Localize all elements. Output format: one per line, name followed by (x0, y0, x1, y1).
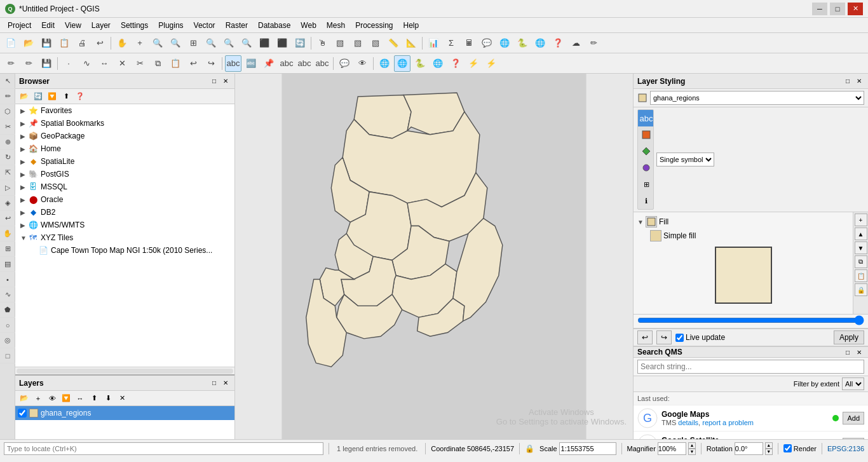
browser-add-button[interactable]: 📂 (18, 90, 31, 103)
browser-hscrollbar[interactable] (15, 367, 234, 374)
python-button[interactable]: 🐍 (412, 55, 428, 72)
label-button[interactable]: abc (225, 55, 241, 72)
open-project-button[interactable]: 📂 (20, 35, 37, 51)
save-edits-button[interactable]: 💾 (38, 55, 55, 72)
fill-add-button[interactable]: + (855, 214, 867, 226)
move-feature-button[interactable]: ↔ (96, 55, 112, 72)
epsg-button[interactable]: EPSG:2136 (827, 445, 864, 452)
paste-button[interactable]: 📋 (167, 55, 184, 72)
zoom-native-button[interactable]: 🔍 (238, 35, 255, 51)
apply-button[interactable]: Apply (834, 330, 864, 344)
zoom-selection-button[interactable]: 🔍 (220, 35, 237, 51)
undo-edit-button[interactable]: ↩ (185, 55, 201, 72)
label-diagram-button[interactable]: 🔤 (243, 55, 259, 72)
layers-filter-button[interactable]: 🔽 (60, 392, 72, 405)
left-icon-vertex[interactable]: ⬡ (0, 104, 15, 119)
digitize-line-button[interactable]: ∿ (78, 55, 95, 72)
fill-remove-button[interactable]: 🔒 (855, 283, 867, 296)
pin-label-button[interactable]: 📌 (261, 55, 277, 72)
left-icon-merge[interactable]: ⊕ (0, 135, 15, 150)
opacity-slider[interactable] (637, 316, 864, 325)
layer-styling-close-button[interactable]: ✕ (854, 76, 864, 86)
attribute-table-button[interactable]: 📊 (425, 35, 442, 51)
menu-layer[interactable]: Layer (86, 20, 116, 31)
select-button[interactable]: ▧ (332, 35, 348, 51)
layers-move-button[interactable]: ↔ (74, 392, 86, 405)
rotation-up[interactable]: ▲ (765, 442, 773, 449)
tree-item-favorites[interactable]: ▶ ⭐ Favorites (15, 104, 234, 117)
measure-area-button[interactable]: 📐 (403, 35, 419, 51)
magnifier-down[interactable]: ▼ (688, 449, 696, 455)
zoom-in-button[interactable]: 🔍 (149, 35, 166, 51)
tree-item-xyz[interactable]: ▼ 🗺 XYZ Tiles (15, 231, 234, 244)
layer-visibility-checkbox[interactable] (18, 409, 27, 418)
layer-styling-redo-button[interactable]: ↪ (656, 330, 672, 344)
left-icon-pan[interactable]: ✋ (0, 226, 15, 241)
render-checkbox[interactable] (783, 444, 792, 452)
browser-help-button[interactable]: ❓ (74, 90, 86, 103)
zoom-out-button[interactable]: 🔍 (167, 35, 184, 51)
layer-styling-float-button[interactable]: □ (843, 76, 853, 86)
layers-new-button[interactable]: + (32, 392, 44, 405)
menu-database[interactable]: Database (253, 20, 295, 31)
plugin3-button[interactable]: 🐍 (514, 35, 531, 51)
new-project-button[interactable]: 📄 (3, 35, 19, 51)
menu-raster[interactable]: Raster (220, 20, 253, 31)
fill-collapse-arrow[interactable]: ▼ (637, 219, 644, 226)
fill-paste-button[interactable]: 📋 (855, 269, 867, 282)
tree-item-oracle[interactable]: ▶ ⬤ Oracle (15, 193, 234, 206)
left-icon-reshape[interactable]: ◈ (0, 196, 15, 211)
layer-item-ghana-regions[interactable]: ghana_regions (15, 406, 234, 420)
scale-input[interactable] (559, 442, 616, 455)
menu-help[interactable]: Help (398, 20, 424, 31)
copy-button[interactable]: ⧉ (149, 55, 166, 72)
fill-up-button[interactable]: ▲ (855, 228, 867, 240)
layers-close-button[interactable]: ✕ (220, 378, 231, 388)
menu-settings[interactable]: Settings (116, 20, 153, 31)
zoom-last-button[interactable]: ⬛ (256, 35, 273, 51)
search-qms-close-button[interactable]: ✕ (854, 347, 864, 357)
left-icon-point[interactable]: • (0, 272, 15, 287)
left-icon-scale[interactable]: ⇱ (0, 165, 15, 180)
magnifier-input[interactable] (658, 442, 686, 455)
map-tips-button[interactable]: 💬 (336, 55, 353, 72)
qgis3-button[interactable]: ⚡ (483, 55, 499, 72)
help2-button[interactable]: ❓ (447, 55, 464, 72)
cut-button[interactable]: ✂ (132, 55, 148, 72)
left-icon-rect[interactable]: □ (0, 348, 15, 363)
left-icon-digitize[interactable]: ✏ (0, 89, 15, 104)
minimize-button[interactable]: ─ (812, 3, 827, 15)
statistics-button[interactable]: Σ (443, 35, 459, 51)
refresh-button[interactable]: 🔄 (292, 35, 308, 51)
menu-mesh[interactable]: Mesh (322, 20, 350, 31)
digitize-button[interactable]: ✏ (585, 35, 602, 51)
browser-collapse-button[interactable]: ⬆ (60, 90, 72, 103)
menu-processing[interactable]: Processing (350, 20, 398, 31)
tree-item-db2[interactable]: ▶ ◆ DB2 (15, 206, 234, 219)
symbol-type-dropdown[interactable]: Single symbol (656, 153, 714, 166)
pan-to-selection-button[interactable]: + (132, 35, 148, 51)
identify-button[interactable]: 🖱 (314, 35, 330, 51)
left-icon-fill[interactable]: ▤ (0, 257, 15, 272)
tree-item-mssql[interactable]: ▶ 🗄 MSSQL (15, 180, 234, 193)
maximize-button[interactable]: □ (830, 3, 845, 15)
layers-open-button[interactable]: 📂 (18, 392, 31, 405)
left-icon-offset[interactable]: ▷ (0, 180, 15, 196)
tree-item-geopackage[interactable]: ▶ 📦 GeoPackage (15, 130, 234, 142)
fill-copy-button[interactable]: ⧉ (855, 255, 867, 268)
styling-tab-text[interactable]: abc (638, 110, 654, 126)
help-button[interactable]: ❓ (550, 35, 566, 51)
styling-tab-symbol[interactable] (638, 126, 654, 143)
left-icon-rotate[interactable]: ↻ (0, 150, 15, 165)
tree-item-wms[interactable]: ▶ 🌐 WMS/WMTS (15, 219, 234, 231)
browser-refresh-button[interactable]: 🔄 (32, 90, 44, 103)
digitize-point-button[interactable]: · (60, 55, 77, 72)
save-as-button[interactable]: 📋 (56, 35, 72, 51)
browser-filter-button[interactable]: 🔽 (46, 90, 58, 103)
qgis2-button[interactable]: ⚡ (465, 55, 482, 72)
menu-vector[interactable]: Vector (189, 20, 220, 31)
change-label-button[interactable]: abc (314, 55, 330, 72)
live-update-checkbox[interactable] (675, 334, 684, 342)
fill-down-button[interactable]: ▼ (855, 241, 867, 254)
google-maps-add-button[interactable]: Add (843, 412, 864, 425)
